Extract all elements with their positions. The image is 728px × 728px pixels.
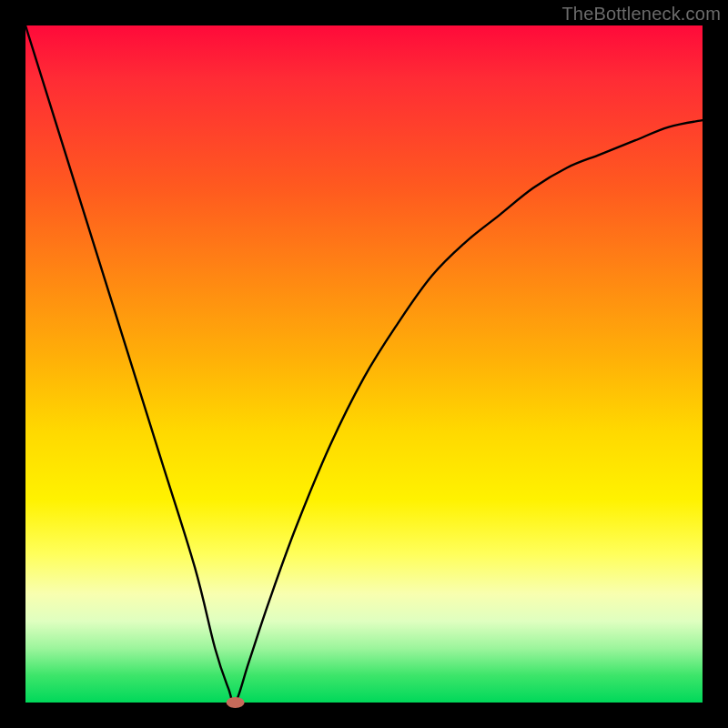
minimum-marker xyxy=(227,697,245,708)
watermark-text: TheBottleneck.com xyxy=(561,4,721,25)
plot-area xyxy=(25,25,703,703)
chart-frame: TheBottleneck.com xyxy=(0,0,728,728)
bottleneck-curve xyxy=(25,25,703,703)
curve-path xyxy=(25,25,703,704)
